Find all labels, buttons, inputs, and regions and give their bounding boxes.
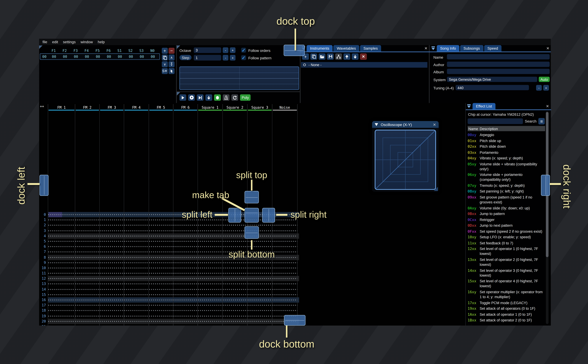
menu-item[interactable]: settings — [63, 40, 76, 44]
column-description[interactable]: Description — [480, 127, 498, 131]
remove-order-button[interactable]: − — [169, 48, 175, 54]
effect-row[interactable]: 05xy Volume slide + vibrato (compatibili… — [468, 162, 546, 171]
play-pattern-button[interactable] — [188, 94, 195, 101]
orders-cell[interactable]: 00 — [136, 55, 147, 59]
name-input[interactable] — [447, 54, 550, 59]
menu-item[interactable]: edit — [52, 40, 58, 44]
collapse-panel-icon[interactable] — [431, 46, 435, 50]
pattern-row[interactable]: 14 — [39, 287, 299, 292]
dock-top-target[interactable] — [284, 45, 305, 56]
delete-instrument-button[interactable]: ✕ — [360, 53, 367, 60]
pattern-rows[interactable]: 0 1 2 — [39, 212, 299, 325]
close-icon[interactable]: ✕ — [433, 122, 436, 127]
effect-row[interactable]: 11xx Set feedback (0 to 7) — [468, 240, 546, 245]
author-input[interactable] — [447, 62, 550, 67]
effect-row[interactable]: 02xx Pitch slide down — [468, 144, 546, 149]
orders-cell[interactable]: 00 — [48, 55, 59, 59]
effect-row[interactable]: 14xx Set level of operator 3 (0 highest,… — [468, 268, 546, 278]
follow-orders-label[interactable]: Follow orders — [248, 48, 271, 52]
effect-row[interactable]: 1Axx Set attack of operator 1 (0 to 1F) — [468, 312, 546, 317]
orders-cell[interactable]: 00 — [126, 55, 136, 59]
tuning-input[interactable]: 440 — [456, 85, 529, 90]
system-input[interactable]: Sega Genesis/Mega Drive — [447, 77, 537, 82]
tuning-minus-button[interactable]: - — [536, 85, 542, 91]
orders-cell[interactable]: 00 — [92, 55, 103, 59]
split-right-target[interactable] — [262, 208, 275, 222]
pattern-row[interactable]: 13 — [39, 281, 299, 287]
follow-orders-checkbox[interactable]: ✓ — [241, 48, 246, 53]
expand-pattern-button[interactable]: ++ — [39, 104, 48, 110]
step-minus-button[interactable]: - — [223, 55, 228, 60]
effect-row[interactable]: 08xy Set panning (x: left; y: right) — [468, 189, 546, 194]
pattern-row[interactable]: 15 — [39, 292, 299, 297]
octave-input[interactable]: 3 — [194, 47, 221, 53]
effect-row[interactable]: 0Axy Volume slide (0y: down; x0: up) — [468, 205, 546, 210]
pattern-row[interactable]: 0 — [39, 212, 299, 217]
instrument-down-button[interactable] — [352, 53, 359, 60]
pattern-row[interactable]: 19 — [39, 313, 299, 319]
effect-row[interactable]: 07xy Tremolo (x: speed; y: depth) — [468, 183, 546, 188]
tab[interactable]: Speed — [484, 45, 502, 52]
tab[interactable]: Samples — [360, 45, 381, 52]
effect-row[interactable]: 0Fxx Set speed (speed 2 if no grooves ex… — [468, 229, 546, 234]
effect-row[interactable]: 06xy Volume slide + portamento (compatib… — [468, 172, 546, 182]
duplicate-order-button[interactable] — [162, 55, 168, 60]
step-input[interactable]: 1 — [194, 55, 221, 60]
channel-header[interactable]: FM 5 — [149, 104, 173, 110]
tab[interactable]: Subsongs — [460, 45, 483, 52]
orders-cell[interactable]: 00 — [103, 55, 114, 59]
step-label[interactable]: Step — [179, 55, 192, 60]
channel-header[interactable]: FM 1 — [48, 104, 75, 110]
follow-pattern-label[interactable]: Follow pattern — [248, 56, 271, 60]
album-input[interactable] — [447, 69, 550, 74]
split-left-target[interactable] — [228, 208, 241, 222]
pattern-row[interactable]: 10 — [39, 265, 299, 271]
effect-search-input[interactable] — [468, 118, 523, 124]
effect-row[interactable]: 12xx Set level of operator 1 (0 highest,… — [468, 246, 546, 256]
channel-header[interactable]: Square 3 — [248, 104, 272, 110]
channel-header[interactable]: FM 6 — [173, 104, 198, 110]
close-icon[interactable]: ✕ — [424, 46, 428, 50]
duplicate-order-end-button[interactable]: ∨∨ — [169, 61, 175, 67]
orders-cell[interactable]: 00 — [114, 55, 125, 59]
dock-right-target[interactable] — [541, 175, 550, 196]
tab[interactable]: Instruments — [307, 45, 333, 52]
open-instrument-button[interactable] — [319, 53, 325, 60]
make-tab-target[interactable] — [244, 208, 259, 222]
change-all-orders-button[interactable]: S✳ — [162, 68, 168, 74]
dock-bottom-target[interactable] — [284, 315, 305, 325]
collapse-panel-icon[interactable] — [467, 104, 471, 108]
split-bottom-target[interactable] — [244, 226, 259, 239]
effect-row[interactable]: 01xx Pitch slide up — [468, 138, 546, 143]
effect-row[interactable]: 03xx Portamento — [468, 150, 546, 155]
resize-grip[interactable] — [434, 187, 438, 191]
save-instrument-button[interactable] — [327, 53, 334, 60]
effect-row[interactable]: 09xx Set groove pattern (speed 1 if no g… — [468, 195, 546, 205]
repeat-pattern-button[interactable] — [231, 94, 238, 101]
effect-row[interactable]: 00xy Arpeggio — [468, 132, 546, 137]
pattern-row[interactable]: 5 — [39, 239, 299, 244]
pattern-row[interactable]: 2 — [39, 223, 299, 228]
octave-minus-button[interactable]: - — [223, 47, 228, 53]
channel-header[interactable]: FM 3 — [100, 104, 124, 110]
orders-row[interactable]: 00 00000000000000000000 — [40, 53, 160, 60]
tab-effect-list[interactable]: Effect List — [473, 103, 496, 109]
channel-header[interactable]: FM 4 — [124, 104, 149, 110]
channel-header[interactable]: Square 2 — [223, 104, 247, 110]
tuning-plus-button[interactable]: + — [543, 85, 549, 91]
step-row-button[interactable] — [205, 94, 212, 101]
orders-cell[interactable]: 00 — [147, 55, 158, 59]
effect-row[interactable]: 17xx Toggle PCM mode (LEGACY) — [468, 300, 546, 305]
effect-row[interactable]: 0Cxx Retrigger — [468, 217, 546, 222]
pattern-row[interactable]: 3 — [39, 228, 299, 233]
effect-row[interactable]: 10xy Setup LFO (x: enable; y: speed) — [468, 234, 546, 240]
effect-row[interactable]: 04xy Vibrato (x: speed; y: depth) — [468, 156, 546, 161]
orders-cell[interactable]: 00 — [59, 55, 70, 59]
pattern-row[interactable]: 12 — [39, 276, 299, 281]
effect-row[interactable]: 16xy Set operator multiplier (x: operato… — [468, 289, 546, 299]
step-plus-button[interactable]: + — [230, 55, 235, 60]
effect-row[interactable]: 19xx Set attack of all operators (0 to 1… — [468, 306, 546, 311]
pattern-row[interactable]: 4 — [39, 233, 299, 239]
menu-item[interactable]: file — [42, 40, 47, 44]
tab[interactable]: Wavetables — [333, 45, 359, 52]
